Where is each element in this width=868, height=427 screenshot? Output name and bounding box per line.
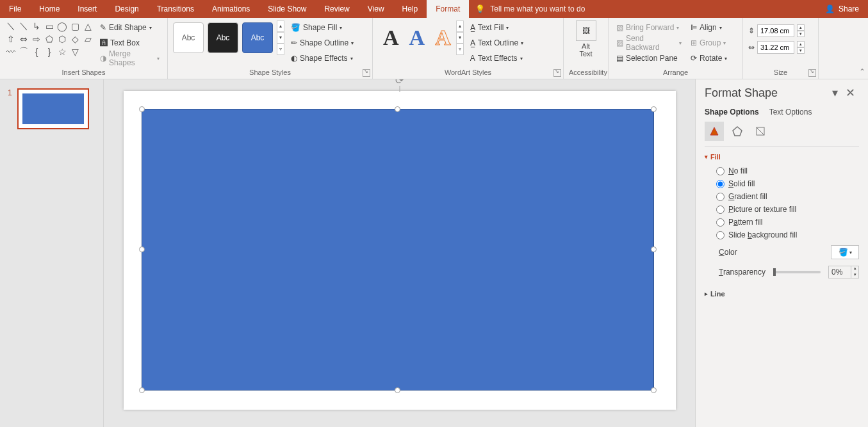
pane-tab-shape-options[interactable]: Shape Options bbox=[705, 108, 759, 117]
shape-rect-icon[interactable]: ▭ bbox=[44, 20, 55, 32]
resize-handle-n[interactable] bbox=[395, 106, 400, 112]
wordart-preset-2[interactable]: A bbox=[404, 26, 430, 50]
shape-connector-icon[interactable]: ↳ bbox=[31, 20, 42, 32]
wordart-gallery-down[interactable]: ▾ bbox=[456, 32, 464, 44]
shape-brace-l-icon[interactable]: { bbox=[31, 46, 42, 58]
wordart-gallery-up[interactable]: ▴ bbox=[456, 20, 464, 32]
shape-curve-icon[interactable]: 〰 bbox=[5, 46, 17, 58]
shape-effects-button[interactable]: ◐ Shape Effects ▾ bbox=[288, 51, 356, 65]
text-outline-button[interactable]: A̲ Text Outline ▾ bbox=[468, 36, 526, 50]
fill-option-solid-fill[interactable]: Solid fill bbox=[705, 177, 859, 190]
fill-option-picture-fill[interactable]: Picture or texture fill bbox=[705, 203, 859, 216]
tab-insert[interactable]: Insert bbox=[69, 0, 106, 18]
shape-arc-icon[interactable]: ⌒ bbox=[18, 46, 29, 58]
style-gallery-up[interactable]: ▴ bbox=[277, 20, 284, 32]
text-effects-button[interactable]: A Text Effects ▾ bbox=[468, 51, 526, 65]
solid-fill-radio[interactable] bbox=[716, 180, 725, 188]
tab-view[interactable]: View bbox=[359, 0, 393, 18]
send-backward-button[interactable]: ▨ Send Backward ▾ bbox=[614, 36, 684, 50]
resize-handle-e[interactable] bbox=[651, 246, 657, 252]
tab-file[interactable]: File bbox=[0, 0, 30, 18]
rotation-handle-icon[interactable]: ⟳ bbox=[395, 79, 404, 86]
close-pane-button[interactable]: ✕ bbox=[842, 86, 859, 100]
shape-arrow-lr-icon[interactable]: ⇔ bbox=[18, 33, 29, 45]
size-properties-tab-icon[interactable] bbox=[751, 122, 770, 141]
height-input[interactable] bbox=[757, 24, 794, 37]
shape-arrow-r-icon[interactable]: ⇨ bbox=[31, 33, 42, 45]
shape-styles-dialog-launcher[interactable] bbox=[363, 69, 370, 77]
slide-bg-fill-radio[interactable] bbox=[716, 231, 725, 239]
wordart-preset-3[interactable]: A bbox=[430, 26, 456, 50]
tab-slide-show[interactable]: Slide Show bbox=[259, 0, 315, 18]
slide-thumbnail-1[interactable] bbox=[17, 88, 89, 129]
share-button[interactable]: 👤 Share bbox=[816, 4, 868, 13]
picture-fill-radio[interactable] bbox=[716, 205, 725, 214]
size-dialog-launcher[interactable] bbox=[808, 69, 816, 77]
shape-brace-r-icon[interactable]: } bbox=[44, 46, 55, 58]
pane-options-dropdown[interactable]: ▾ bbox=[828, 86, 842, 100]
style-gallery-more[interactable]: ▿ bbox=[277, 44, 284, 55]
shape-hexagon-icon[interactable]: ⬡ bbox=[56, 33, 68, 45]
wordart-dialog-launcher[interactable] bbox=[553, 69, 561, 77]
wordart-preset-1[interactable]: A bbox=[378, 26, 404, 50]
transparency-slider[interactable] bbox=[773, 271, 821, 273]
shape-arrow-up-icon[interactable]: ⇧ bbox=[5, 33, 17, 45]
shape-outline-button[interactable]: ✏ Shape Outline ▾ bbox=[288, 36, 356, 50]
fill-option-no-fill[interactable]: No fill bbox=[705, 165, 859, 177]
resize-handle-se[interactable] bbox=[651, 387, 657, 393]
height-up[interactable]: ▴ bbox=[797, 24, 805, 31]
slide-canvas-area[interactable]: ⟳ bbox=[104, 79, 695, 427]
resize-handle-w[interactable] bbox=[139, 246, 145, 252]
shape-line2-icon[interactable]: ＼ bbox=[18, 20, 29, 32]
align-button[interactable]: ⊫ Align ▾ bbox=[688, 20, 730, 35]
rotate-button[interactable]: ⟳ Rotate ▾ bbox=[688, 51, 730, 65]
group-button[interactable]: ⊞ Group ▾ bbox=[688, 36, 730, 50]
merge-shapes-button[interactable]: ◑ Merge Shapes ▾ bbox=[97, 51, 162, 65]
shape-diamond-icon[interactable]: ◇ bbox=[69, 33, 81, 45]
gradient-fill-radio[interactable] bbox=[716, 193, 725, 201]
fill-section-header[interactable]: ▾ Fill bbox=[705, 153, 859, 161]
tab-home[interactable]: Home bbox=[30, 0, 69, 18]
pattern-fill-radio[interactable] bbox=[716, 218, 725, 227]
fill-option-slide-bg-fill[interactable]: Slide background fill bbox=[705, 229, 859, 241]
shape-roundrect-icon[interactable]: ▢ bbox=[69, 20, 81, 32]
tab-design[interactable]: Design bbox=[106, 0, 147, 18]
tell-me-search[interactable]: 💡 Tell me what you want to do bbox=[475, 4, 585, 13]
selection-pane-button[interactable]: ▤ Selection Pane bbox=[614, 51, 684, 65]
alt-text-button[interactable]: 🖼 AltText bbox=[576, 20, 596, 58]
width-input[interactable] bbox=[757, 41, 794, 54]
slide[interactable]: ⟳ bbox=[124, 91, 676, 410]
tab-review[interactable]: Review bbox=[315, 0, 358, 18]
text-fill-button[interactable]: A̲ Text Fill ▾ bbox=[468, 20, 526, 35]
shape-style-preset-3[interactable]: Abc bbox=[242, 22, 273, 53]
fill-color-picker[interactable]: 🪣 ▾ bbox=[831, 245, 859, 259]
transparency-up[interactable]: ▴ bbox=[851, 266, 858, 272]
tab-help[interactable]: Help bbox=[393, 0, 427, 18]
shape-triangle-icon[interactable]: △ bbox=[82, 20, 94, 32]
tab-animations[interactable]: Animations bbox=[203, 0, 259, 18]
collapse-ribbon-icon[interactable]: ⌃ bbox=[859, 67, 865, 76]
style-gallery-down[interactable]: ▾ bbox=[277, 32, 284, 44]
shape-flag-icon[interactable]: ▱ bbox=[82, 33, 94, 45]
tab-transitions[interactable]: Transitions bbox=[148, 0, 203, 18]
shape-line-icon[interactable]: ＼ bbox=[5, 20, 17, 32]
transparency-value-input[interactable]: 0% ▴▾ bbox=[828, 266, 859, 278]
fill-line-tab-icon[interactable] bbox=[705, 122, 724, 141]
pane-tab-text-options[interactable]: Text Options bbox=[769, 108, 812, 117]
line-section-header[interactable]: ▸ Line bbox=[705, 290, 859, 298]
height-down[interactable]: ▾ bbox=[797, 31, 805, 37]
fill-option-pattern-fill[interactable]: Pattern fill bbox=[705, 216, 859, 229]
shape-style-preset-1[interactable]: Abc bbox=[173, 22, 204, 53]
shape-style-preset-2[interactable]: Abc bbox=[208, 22, 238, 53]
resize-handle-ne[interactable] bbox=[651, 106, 657, 112]
width-up[interactable]: ▴ bbox=[797, 41, 805, 47]
shape-callout-icon[interactable]: ▽ bbox=[69, 46, 81, 58]
wordart-gallery-more[interactable]: ▿ bbox=[456, 44, 464, 55]
width-down[interactable]: ▾ bbox=[797, 47, 805, 54]
shape-star-icon[interactable]: ☆ bbox=[56, 46, 68, 58]
shape-oval-icon[interactable]: ◯ bbox=[56, 20, 68, 32]
text-box-button[interactable]: 🅰 Text Box bbox=[97, 36, 162, 50]
effects-tab-icon[interactable] bbox=[728, 122, 747, 141]
shape-fill-button[interactable]: 🪣 Shape Fill ▾ bbox=[288, 20, 356, 35]
shapes-gallery[interactable]: ＼ ＼ ↳ ▭ ◯ ▢ △ ⇧ ⇔ ⇨ ⬠ ⬡ ◇ ▱ 〰 ⌒ { } ☆ ▽ bbox=[5, 20, 94, 58]
